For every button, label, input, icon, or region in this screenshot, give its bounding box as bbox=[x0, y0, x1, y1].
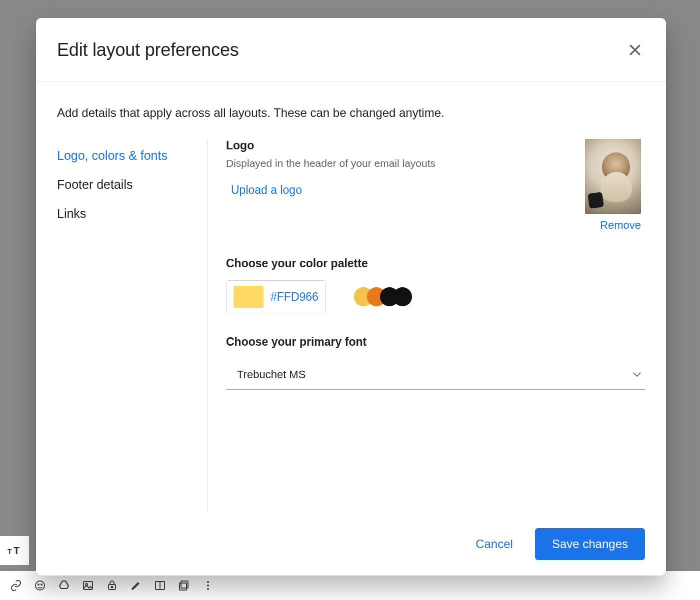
link-icon[interactable] bbox=[10, 580, 22, 592]
palette-heading: Choose your color palette bbox=[226, 257, 645, 270]
dialog-title: Edit layout preferences bbox=[57, 39, 239, 60]
preferences-main: Logo Displayed in the header of your ema… bbox=[208, 139, 645, 513]
chevron-down-icon bbox=[633, 372, 641, 377]
svg-point-3 bbox=[38, 584, 39, 585]
save-changes-button[interactable]: Save changes bbox=[535, 528, 645, 560]
font-select-value: Trebuchet MS bbox=[237, 368, 306, 381]
svg-text:T: T bbox=[8, 548, 12, 556]
remove-logo-button[interactable]: Remove bbox=[600, 219, 641, 232]
svg-point-14 bbox=[207, 588, 209, 590]
drive-icon[interactable] bbox=[58, 580, 70, 592]
logo-preview-image bbox=[585, 139, 641, 214]
more-icon[interactable] bbox=[202, 580, 214, 592]
palette-dot bbox=[393, 287, 412, 306]
dialog-footer: Cancel Save changes bbox=[36, 513, 666, 576]
font-heading: Choose your primary font bbox=[226, 335, 645, 349]
edit-layout-preferences-dialog: Edit layout preferences Add details that… bbox=[36, 18, 666, 576]
font-section: Choose your primary font Trebuchet MS bbox=[226, 335, 645, 390]
text-size-button[interactable]: T T bbox=[0, 536, 29, 565]
dialog-header: Edit layout preferences bbox=[36, 18, 666, 82]
pen-icon[interactable] bbox=[130, 580, 142, 592]
sidebar-item-links[interactable]: Links bbox=[57, 199, 208, 228]
upload-logo-button[interactable]: Upload a logo bbox=[226, 181, 307, 199]
template-icon[interactable] bbox=[178, 580, 190, 592]
svg-point-2 bbox=[36, 581, 44, 590]
preferences-sidebar: Logo, colors & fonts Footer details Link… bbox=[57, 139, 208, 513]
svg-point-12 bbox=[207, 581, 209, 583]
sidebar-item-logo-colors-fonts[interactable]: Logo, colors & fonts bbox=[57, 141, 208, 170]
color-palette-section: Choose your color palette #FFD966 bbox=[226, 257, 645, 313]
image-icon[interactable] bbox=[82, 580, 94, 592]
sidebar-item-footer-details[interactable]: Footer details bbox=[57, 170, 208, 199]
close-button[interactable] bbox=[625, 40, 645, 60]
layout-icon[interactable] bbox=[154, 580, 166, 592]
text-size-icon: T T bbox=[8, 545, 22, 557]
logo-section: Logo Displayed in the header of your ema… bbox=[226, 139, 645, 234]
svg-point-13 bbox=[207, 585, 209, 587]
dialog-intro: Add details that apply across all layout… bbox=[57, 106, 645, 120]
color-swatch-input[interactable]: #FFD966 bbox=[226, 280, 326, 313]
color-hex-value: #FFD966 bbox=[270, 290, 318, 304]
close-icon bbox=[628, 42, 642, 57]
svg-point-8 bbox=[112, 587, 113, 588]
emoji-icon[interactable] bbox=[34, 580, 46, 592]
font-select[interactable]: Trebuchet MS bbox=[226, 360, 645, 390]
confidential-icon[interactable] bbox=[106, 580, 118, 592]
svg-rect-5 bbox=[84, 582, 92, 590]
palette-row: #FFD966 bbox=[226, 280, 645, 313]
color-swatch bbox=[234, 286, 264, 308]
dialog-columns: Logo, colors & fonts Footer details Link… bbox=[57, 139, 645, 513]
dialog-body: Add details that apply across all layout… bbox=[36, 82, 666, 513]
logo-description: Displayed in the header of your email la… bbox=[226, 157, 645, 169]
cancel-button[interactable]: Cancel bbox=[472, 532, 517, 556]
palette-preset-dots[interactable] bbox=[354, 287, 412, 306]
svg-text:T: T bbox=[14, 545, 20, 556]
svg-point-4 bbox=[41, 584, 42, 585]
logo-heading: Logo bbox=[226, 139, 645, 152]
